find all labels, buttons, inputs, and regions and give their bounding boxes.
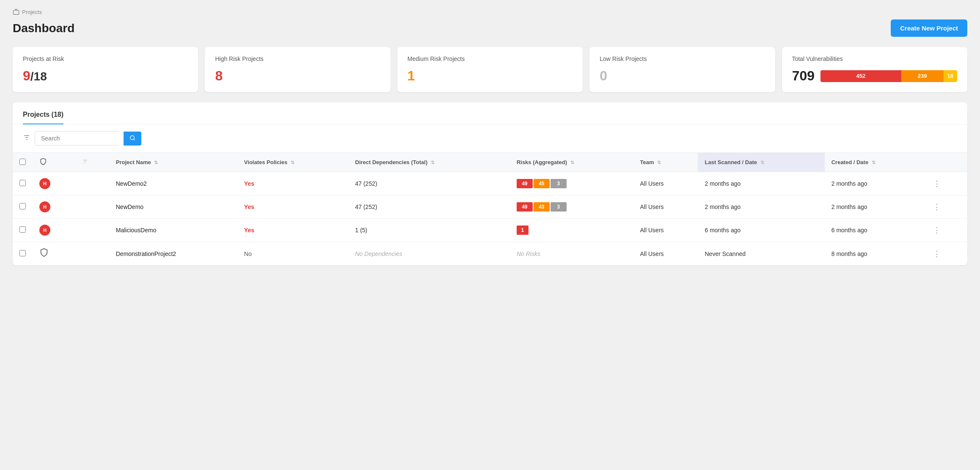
sort-icon-violates: ⇅ (291, 160, 295, 165)
vuln-seg-low: 18 (944, 70, 957, 82)
row-menu-button[interactable]: ⋮ (931, 250, 942, 258)
row-shield-cell: H (33, 172, 75, 195)
sort-icon-risks: ⇅ (570, 160, 574, 165)
row-checkbox[interactable] (19, 203, 26, 209)
th-team[interactable]: Team ⇅ (633, 153, 698, 172)
stat-card-medium-risk: Medium Risk Projects 1 (397, 47, 583, 92)
th-direct-deps[interactable]: Direct Dependencies (Total) ⇅ (348, 153, 510, 172)
th-created-date[interactable]: Created / Date ⇅ (825, 153, 925, 172)
th-checkbox (13, 153, 33, 172)
row-violates: No (237, 242, 348, 266)
search-button[interactable] (124, 132, 141, 146)
row-team: All Users (633, 219, 698, 242)
row-last-scanned: 2 months ago (698, 195, 824, 219)
row-actions: ⋮ (925, 172, 967, 195)
row-last-scanned: 2 months ago (698, 172, 824, 195)
projects-table: Project Name ⇅ Violates Policies ⇅ Direc… (13, 153, 967, 265)
th-violates-policies[interactable]: Violates Policies ⇅ (237, 153, 348, 172)
risk-seg-gray: 3 (551, 202, 567, 212)
th-project-name[interactable]: Project Name ⇅ (109, 153, 237, 172)
th-last-scanned[interactable]: Last Scanned / Date ⇅ (698, 153, 824, 172)
table-row: H MaliciousDemo Yes 1 (5) 1 All Users 6 … (13, 219, 967, 242)
stat-label-low-risk: Low Risk Projects (600, 55, 765, 62)
page-title: Dashboard (13, 22, 74, 35)
row-actions: ⋮ (925, 242, 967, 266)
row-project-name[interactable]: MaliciousDemo (109, 219, 237, 242)
risk-seg-red: 49 (517, 202, 533, 212)
create-new-project-button[interactable]: Create New Project (891, 19, 967, 37)
risk-seg-gray: 3 (551, 179, 567, 188)
table-row: DemonstrationProject2 No No Dependencies… (13, 242, 967, 266)
table-card-header: Projects (18) (13, 102, 967, 124)
row-team: All Users (633, 172, 698, 195)
shield-high-icon: H (39, 225, 50, 236)
page-header: Dashboard Create New Project (13, 19, 967, 37)
th-col-filter[interactable] (75, 153, 109, 172)
stat-value-low-risk: 0 (600, 68, 765, 84)
breadcrumb: Projects (13, 8, 967, 15)
projects-tab[interactable]: Projects (18) (23, 111, 63, 124)
row-risks: 49433 (510, 195, 633, 219)
row-checkbox[interactable] (19, 250, 26, 256)
th-actions (925, 153, 967, 172)
vuln-seg-medium: 239 (901, 70, 944, 82)
risk-seg-orange: 45 (534, 179, 550, 188)
row-filter-cell (75, 172, 109, 195)
row-project-name[interactable]: NewDemo2 (109, 172, 237, 195)
row-actions: ⋮ (925, 195, 967, 219)
row-risks: 49453 (510, 172, 633, 195)
row-created: 2 months ago (825, 195, 925, 219)
row-project-name[interactable]: NewDemo (109, 195, 237, 219)
table-row: H NewDemo Yes 47 (252) 49433 All Users 2… (13, 195, 967, 219)
th-risks[interactable]: Risks (Aggregated) ⇅ (510, 153, 633, 172)
row-filter-cell (75, 219, 109, 242)
row-checkbox-cell (13, 242, 33, 266)
row-project-name[interactable]: DemonstrationProject2 (109, 242, 237, 266)
vuln-seg-high: 452 (820, 70, 901, 82)
row-menu-button[interactable]: ⋮ (931, 179, 942, 188)
row-violates: Yes (237, 195, 348, 219)
stat-card-total-vuln: Total Vulnerabilities 709 452 239 18 (782, 47, 967, 92)
row-deps: 1 (5) (348, 219, 510, 242)
stat-label-projects-at-risk: Projects at Risk (23, 55, 188, 62)
row-checkbox[interactable] (19, 180, 26, 186)
row-deps: 47 (252) (348, 172, 510, 195)
stat-card-projects-at-risk: Projects at Risk 9/18 (13, 47, 198, 92)
select-all-checkbox[interactable] (19, 159, 26, 165)
stat-value-projects-at-risk: 9/18 (23, 68, 188, 84)
table-row: H NewDemo2 Yes 47 (252) 49453 All Users … (13, 172, 967, 195)
search-input[interactable] (35, 131, 119, 146)
sort-icon-project-name: ⇅ (154, 160, 158, 165)
row-risks: 1 (510, 219, 633, 242)
row-checkbox-cell (13, 195, 33, 219)
row-checkbox-cell (13, 172, 33, 195)
row-shield-cell (33, 242, 75, 266)
row-menu-button[interactable]: ⋮ (931, 203, 942, 211)
stat-label-medium-risk: Medium Risk Projects (407, 55, 573, 62)
filter-icon[interactable] (23, 134, 30, 143)
stat-label-total-vuln: Total Vulnerabilities (792, 55, 957, 62)
projects-table-card: Projects (18) (13, 102, 967, 265)
risk-seg-small-red: 1 (517, 225, 529, 235)
shield-high-icon: H (39, 178, 50, 189)
stat-card-low-risk: Low Risk Projects 0 (589, 47, 775, 92)
stat-value-high-risk: 8 (215, 68, 380, 84)
sort-icon-last-scanned: ⇅ (760, 160, 764, 165)
row-violates: Yes (237, 172, 348, 195)
row-last-scanned: Never Scanned (698, 242, 824, 266)
svg-point-4 (130, 135, 134, 139)
row-menu-button[interactable]: ⋮ (931, 226, 942, 234)
stats-row: Projects at Risk 9/18 High Risk Projects… (13, 47, 967, 92)
no-risks: No Risks (517, 250, 540, 257)
stat-value-medium-risk: 1 (407, 68, 573, 84)
svg-line-5 (134, 139, 135, 140)
stat-card-high-risk: High Risk Projects 8 (205, 47, 390, 92)
risk-seg-red: 49 (517, 179, 533, 188)
row-checkbox[interactable] (19, 226, 26, 233)
table-header-row: Project Name ⇅ Violates Policies ⇅ Direc… (13, 153, 967, 172)
row-created: 8 months ago (825, 242, 925, 266)
risk-seg-orange: 43 (534, 202, 550, 212)
toolbar (13, 124, 967, 153)
row-shield-cell: H (33, 195, 75, 219)
row-team: All Users (633, 195, 698, 219)
